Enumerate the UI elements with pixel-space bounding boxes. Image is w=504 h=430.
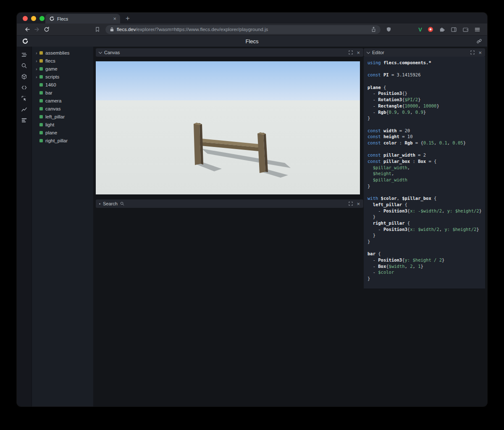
expand-icon[interactable] [349,50,353,55]
editor-panel: Editor × using flecs.components.* const … [364,48,485,288]
close-window-button[interactable] [23,16,28,21]
desktop-background: Flecs × + [0,0,504,430]
url-bar[interactable]: flecs.dev/explorer/?wasm=https://www.fle… [105,25,381,34]
url-text: flecs.dev/explorer/?wasm=https://www.fle… [117,27,368,32]
inspector-cursor-icon[interactable] [17,93,32,104]
tree-expand-chevron-icon[interactable]: › [36,66,39,71]
search-panel: Search × [96,199,363,208]
code-line: const PI = 3.1415926 [368,72,483,78]
minimize-window-button[interactable] [31,16,36,21]
code-icon[interactable] [17,82,32,93]
code-line [368,189,483,195]
entity-label: game [45,66,58,71]
tree-item-bar[interactable]: bar [32,89,93,97]
code-line [368,245,483,251]
close-icon[interactable]: × [478,50,482,55]
back-icon[interactable] [22,25,32,34]
wallet-icon[interactable] [462,26,469,33]
expand-icon[interactable] [349,202,353,206]
window-controls [23,16,45,21]
sidebar-toggle-icon[interactable] [451,26,457,33]
main-area: Canvas × [93,47,487,406]
new-tab-button[interactable]: + [126,15,130,22]
search-panel-header[interactable]: Search × [96,199,363,208]
tree-item-plane[interactable]: plane [32,128,93,136]
canvas-3d-viewport[interactable] [96,61,360,194]
code-content[interactable]: using flecs.components.* const PI = 3.14… [364,57,485,288]
zoom-window-button[interactable] [39,16,45,21]
entity-label: right_pillar [45,138,68,143]
canvas-panel-title: Canvas [104,50,120,55]
navigation-bar: flecs.dev/explorer/?wasm=https://www.fle… [17,24,487,35]
tree-item-game[interactable]: ›game [32,65,93,73]
tab-close-icon[interactable]: × [113,16,116,21]
code-line [368,146,483,152]
tool-sidebar [17,47,32,406]
canvas-panel: Canvas × [96,48,363,194]
search-icon[interactable] [17,60,32,71]
menu-icon[interactable] [474,26,480,33]
tree-expand-chevron-icon[interactable]: › [36,50,39,55]
code-line: - Position3{y: $height / 2} [368,257,483,263]
browser-window: Flecs × + [17,13,487,406]
code-line [368,121,483,128]
entity-label: canvas [45,106,60,111]
code-line: const color : Rgb = {0.15, 0.1, 0.05} [368,140,483,146]
code-line: } [368,239,483,245]
outline-icon[interactable] [17,49,32,60]
tree-item-light[interactable]: light [32,121,93,128]
entity-label: scripts [45,74,59,79]
tree-expand-chevron-icon[interactable]: › [36,58,39,63]
extensions-puzzle-icon[interactable] [439,26,445,33]
tree-item-scripts[interactable]: ›scripts [32,73,93,81]
tree-item-camera[interactable]: camera [32,97,93,105]
url-domain: flecs.dev [117,27,136,32]
tree-expand-chevron-icon[interactable]: › [36,74,39,79]
code-line: const pillar_width = 2 [368,152,483,158]
sky [96,61,360,102]
chart-icon[interactable] [17,104,32,115]
share-link-icon[interactable] [476,38,482,44]
entity-square-icon [39,139,43,142]
stats-rows-icon[interactable] [17,115,32,126]
entities-cube-icon[interactable] [17,71,32,82]
code-line: right_pillar { [368,220,483,226]
entity-label: camera [45,98,61,103]
share-icon[interactable] [371,26,376,32]
code-line: const height = 10 [368,134,483,140]
close-icon[interactable]: × [357,201,360,207]
tree-item-flecs[interactable]: ›flecs [32,57,93,65]
tree-item-right_pillar[interactable]: right_pillar [32,136,93,144]
code-line: - Position3{x: $width/2, y: $height/2} [368,226,483,233]
tree-item-canvas[interactable]: canvas [32,105,93,113]
bookmark-icon[interactable] [92,25,102,34]
brave-shield-icon[interactable] [384,25,394,34]
code-line: } [368,275,483,282]
code-line [368,66,483,72]
code-line: - $color [368,269,483,275]
close-icon[interactable]: × [357,50,360,55]
code-line: left_pillar { [368,202,483,208]
search-panel-title: Search [103,201,118,206]
editor-panel-header[interactable]: Editor × [364,48,485,57]
entity-label: flecs [45,58,55,63]
browser-tab[interactable]: Flecs × [45,14,120,24]
forward-icon[interactable] [32,25,42,34]
tree-item-left_pillar[interactable]: left_pillar [32,113,93,121]
red-extension-icon[interactable] [428,26,433,32]
expand-icon[interactable] [470,50,475,55]
canvas-panel-header[interactable]: Canvas × [96,48,363,57]
app-header: Flecs [17,35,487,47]
tree-item-1460[interactable]: 1460 [32,81,93,89]
v-extension-icon[interactable]: V [418,26,422,33]
collapse-chevron-icon[interactable] [99,50,102,53]
entity-label: left_pillar [45,114,65,119]
code-line [368,78,483,84]
tree-item-assemblies[interactable]: ›assemblies [32,49,93,57]
reload-icon[interactable] [42,25,51,34]
entity-square-icon [39,123,43,126]
code-line: with $color, $pillar_box { [368,195,483,202]
collapse-chevron-icon[interactable] [367,50,370,53]
code-line: } [368,183,483,189]
page-title: Flecs [17,38,487,45]
